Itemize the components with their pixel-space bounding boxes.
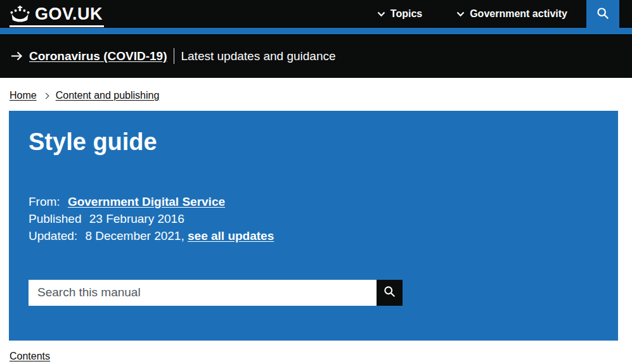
brand-blue-bar bbox=[0, 28, 632, 34]
breadcrumb-link-content-and-publishing[interactable]: Content and publishing bbox=[56, 90, 160, 101]
govuk-logo-text: GOV.UK bbox=[35, 4, 103, 24]
metadata-published-row: Published 23 February 2016 bbox=[29, 210, 598, 227]
metadata-from-row: From: Government Digital Service bbox=[29, 193, 598, 210]
manual-hero: Style guide From: Government Digital Ser… bbox=[9, 111, 618, 341]
updated-date: 8 December 2021, bbox=[85, 229, 184, 242]
from-organisation-link[interactable]: Government Digital Service bbox=[68, 195, 225, 208]
emergency-banner-description: Latest updates and guidance bbox=[181, 49, 335, 63]
search-icon bbox=[596, 6, 610, 22]
header-search-button[interactable] bbox=[586, 0, 619, 28]
from-label: From: bbox=[29, 195, 60, 208]
nav-item-label: Topics bbox=[390, 8, 422, 20]
see-all-updates-link[interactable]: see all updates bbox=[188, 229, 274, 242]
chevron-down-icon bbox=[377, 11, 385, 17]
metadata-updated-row: Updated: 8 December 2021, see all update… bbox=[29, 227, 598, 244]
contents-link[interactable]: Contents bbox=[10, 351, 50, 362]
published-date: 23 February 2016 bbox=[89, 212, 184, 225]
banner-divider bbox=[174, 48, 174, 64]
site-header: GOV.UK Topics Government activity bbox=[0, 0, 632, 28]
nav-item-label: Government activity bbox=[470, 8, 567, 20]
header-nav: Topics Government activity bbox=[377, 8, 567, 20]
published-label: Published bbox=[29, 212, 81, 225]
nav-item-government-activity[interactable]: Government activity bbox=[456, 8, 567, 20]
arrow-right-icon bbox=[11, 51, 29, 61]
nav-item-topics[interactable]: Topics bbox=[377, 8, 422, 20]
chevron-down-icon bbox=[456, 11, 465, 17]
search-icon bbox=[383, 285, 396, 300]
govuk-logo-link[interactable]: GOV.UK bbox=[10, 3, 104, 27]
manual-search-form bbox=[29, 280, 598, 306]
manual-search-input[interactable] bbox=[29, 280, 377, 306]
emergency-banner-link[interactable]: Coronavirus (COVID-19) bbox=[29, 49, 167, 63]
manual-metadata: From: Government Digital Service Publish… bbox=[29, 193, 598, 244]
crown-icon bbox=[10, 6, 30, 23]
page-title: Style guide bbox=[29, 130, 598, 155]
breadcrumb: Home Content and publishing bbox=[10, 90, 632, 101]
updated-label: Updated: bbox=[29, 229, 77, 242]
manual-search-button[interactable] bbox=[377, 280, 403, 306]
chevron-right-icon bbox=[42, 92, 49, 99]
emergency-banner: Coronavirus (COVID-19) Latest updates an… bbox=[0, 34, 632, 78]
breadcrumb-link-home[interactable]: Home bbox=[10, 90, 37, 101]
